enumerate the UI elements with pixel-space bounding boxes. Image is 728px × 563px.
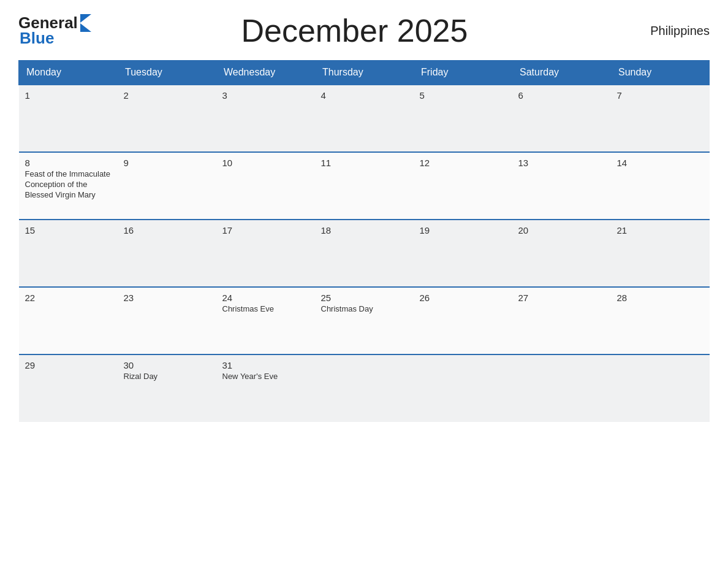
calendar-day: 27 [512,287,611,354]
day-number: 15 [25,225,112,236]
calendar-day: 5 [414,85,512,152]
calendar-day: 1 [19,85,118,152]
calendar-week-1: 1234567 [19,85,710,152]
calendar-header-row: Monday Tuesday Wednesday Thursday Friday… [19,61,710,85]
calendar-day: 8Feast of the Immaculate Conception of t… [19,152,118,220]
day-number: 23 [124,293,210,303]
calendar-day: 13 [512,152,611,220]
header-tuesday: Tuesday [118,61,216,85]
day-number: 31 [222,360,309,370]
calendar-day: 22 [19,287,118,354]
day-number: 3 [222,90,309,101]
calendar-day: 3 [216,85,315,152]
calendar-week-3: 15161718192021 [19,220,710,287]
day-number: 21 [617,225,703,236]
day-number: 20 [518,225,605,236]
day-number: 19 [420,225,506,236]
day-number: 4 [321,90,408,101]
day-number: 10 [222,158,309,168]
calendar-day: 6 [512,85,611,152]
page-title: December 2025 [91,12,618,49]
day-number: 22 [25,293,112,303]
logo: General Blue [18,13,91,48]
calendar-day: 29 [19,354,118,422]
header-thursday: Thursday [315,61,414,85]
calendar-day: 9 [118,152,216,220]
day-number: 11 [321,158,408,168]
day-number: 9 [124,158,210,168]
calendar-day: 2 [118,85,216,152]
day-number: 1 [25,90,112,101]
day-number: 7 [617,90,703,101]
header-monday: Monday [19,61,118,85]
calendar-day: 10 [216,152,315,220]
day-number: 29 [25,360,112,370]
calendar-week-2: 8Feast of the Immaculate Conception of t… [19,152,710,220]
header-friday: Friday [414,61,512,85]
calendar-day: 4 [315,85,414,152]
calendar-day: 26 [414,287,512,354]
holiday-label: Christmas Eve [222,304,309,315]
day-number: 12 [420,158,506,168]
calendar-week-5: 2930Rizal Day31New Year's Eve [19,354,710,422]
calendar-day: 7 [611,85,710,152]
day-number: 18 [321,225,408,236]
day-number: 28 [617,293,703,303]
calendar-day: 17 [216,220,315,287]
calendar-day: 15 [19,220,118,287]
calendar-day: 18 [315,220,414,287]
header-sunday: Sunday [611,61,710,85]
header-wednesday: Wednesday [216,61,315,85]
calendar-day [315,354,414,422]
holiday-label: Christmas Day [321,304,408,315]
day-number: 14 [617,158,703,168]
calendar-day: 25Christmas Day [315,287,414,354]
calendar-day: 20 [512,220,611,287]
country-label: Philippines [618,24,710,38]
logo-blue-text: Blue [20,29,54,48]
day-number: 26 [420,293,506,303]
day-number: 6 [518,90,605,101]
calendar-table: Monday Tuesday Wednesday Thursday Friday… [18,60,710,422]
day-number: 27 [518,293,605,303]
calendar-day [414,354,512,422]
calendar-day: 21 [611,220,710,287]
calendar-day: 19 [414,220,512,287]
day-number: 17 [222,225,309,236]
holiday-label: New Year's Eve [222,372,309,382]
day-number: 24 [222,293,309,303]
day-number: 30 [124,360,210,370]
calendar-week-4: 222324Christmas Eve25Christmas Day262728 [19,287,710,354]
calendar-day: 11 [315,152,414,220]
calendar-day: 31New Year's Eve [216,354,315,422]
calendar-day: 28 [611,287,710,354]
day-number: 25 [321,293,408,303]
calendar-day: 16 [118,220,216,287]
day-number: 16 [124,225,210,236]
calendar-day: 23 [118,287,216,354]
day-number: 8 [25,158,112,168]
calendar-day: 30Rizal Day [118,354,216,422]
day-number: 2 [124,90,210,101]
holiday-label: Rizal Day [124,372,210,382]
calendar-day: 24Christmas Eve [216,287,315,354]
calendar-day: 14 [611,152,710,220]
calendar-day [512,354,611,422]
day-number: 13 [518,158,605,168]
holiday-label: Feast of the Immaculate Conception of th… [25,169,112,201]
header-saturday: Saturday [512,61,611,85]
calendar-day [611,354,710,422]
page-header: General Blue December 2025 Philippines [18,12,710,49]
day-number: 5 [420,90,506,101]
calendar-day: 12 [414,152,512,220]
